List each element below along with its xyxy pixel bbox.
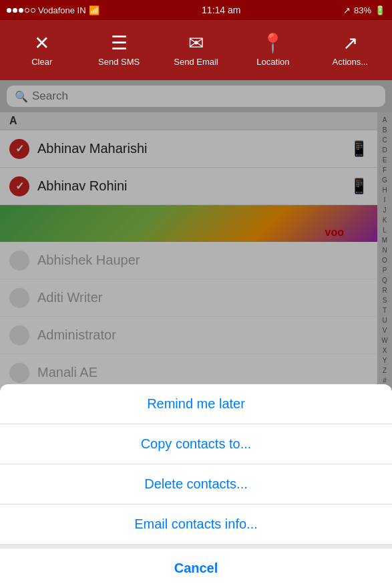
clear-icon: ✕ — [34, 34, 49, 53]
copy-contacts-button[interactable]: Copy contacts to... — [0, 424, 392, 464]
send-sms-label: Send SMS — [98, 57, 140, 67]
location-icon: ↗ — [343, 5, 351, 15]
send-email-label: Send Email — [174, 57, 218, 67]
location-button[interactable]: 📍 Location — [234, 29, 311, 72]
dot-5 — [31, 8, 35, 13]
clear-label: Clear — [31, 57, 52, 67]
dot-1 — [7, 8, 11, 13]
status-right: ↗ 83% 🔋 — [343, 5, 385, 15]
time-label: 11:14 am — [202, 5, 240, 15]
send-email-icon: ✉ — [188, 34, 204, 53]
modal-overlay: Remind me later Copy contacts to... Dele… — [0, 80, 392, 588]
location-icon: 📍 — [261, 34, 284, 53]
cancel-button[interactable]: Cancel — [0, 545, 392, 588]
location-label: Location — [256, 57, 289, 67]
signal-dots — [7, 8, 35, 13]
remind-later-button[interactable]: Remind me later — [0, 384, 392, 424]
actions-icon: ↗ — [343, 34, 358, 53]
send-sms-button[interactable]: ☰ Send SMS — [80, 29, 157, 72]
send-sms-icon: ☰ — [111, 34, 128, 53]
toolbar: ✕ Clear ☰ Send SMS ✉ Send Email 📍 Locati… — [0, 20, 392, 80]
email-contacts-button[interactable]: Email contacts info... — [0, 504, 392, 545]
battery-percent: 83% — [354, 5, 371, 15]
actions-label: Actions... — [333, 57, 368, 67]
send-email-button[interactable]: ✉ Send Email — [158, 29, 234, 72]
dot-3 — [19, 8, 23, 13]
action-sheet: Remind me later Copy contacts to... Dele… — [0, 384, 392, 588]
status-bar: Vodafone IN 📶 11:14 am ↗ 83% 🔋 — [0, 0, 392, 20]
dot-4 — [25, 8, 29, 13]
actions-button[interactable]: ↗ Actions... — [312, 29, 389, 72]
clear-button[interactable]: ✕ Clear — [3, 29, 80, 72]
dot-2 — [13, 8, 17, 13]
carrier-label: Vodafone IN — [38, 5, 86, 15]
status-left: Vodafone IN 📶 — [7, 5, 100, 15]
battery-icon: 🔋 — [375, 5, 385, 15]
wifi-icon: 📶 — [89, 5, 100, 15]
delete-contacts-button[interactable]: Delete contacts... — [0, 464, 392, 504]
